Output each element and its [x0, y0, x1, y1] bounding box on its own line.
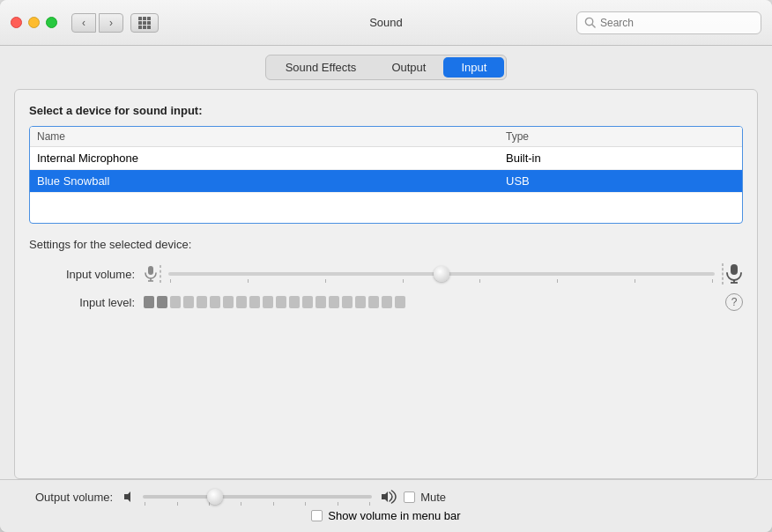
table-row-selected[interactable]: Blue Snowball USB [30, 170, 742, 193]
input-level-label: Input level: [29, 296, 135, 309]
maximize-button[interactable] [46, 17, 57, 28]
level-bar [329, 296, 339, 308]
bottom-bar: Output volume: [0, 479, 772, 532]
level-bar [276, 296, 286, 308]
device-section-title: Select a device for sound input: [29, 104, 743, 117]
level-bar [183, 296, 194, 308]
mute-container: Mute [404, 491, 446, 504]
col-type-header: Type [506, 130, 735, 143]
mic-large-icon [725, 263, 743, 284]
output-volume-label: Output volume: [35, 491, 113, 504]
show-volume-checkbox[interactable] [311, 510, 323, 521]
device-type-1: USB [506, 174, 735, 188]
svg-marker-8 [124, 491, 130, 502]
back-button[interactable]: ‹ [71, 13, 96, 33]
show-volume-row: Show volume in menu bar [311, 509, 460, 522]
input-volume-row: Input volume: [29, 263, 743, 284]
level-bar [315, 296, 326, 308]
volume-high-icon [379, 490, 398, 504]
device-table: Name Type Internal Microphone Built-in B… [29, 126, 743, 224]
nav-buttons: ‹ › [71, 13, 123, 33]
input-volume-control [144, 263, 743, 284]
level-bar [197, 296, 207, 308]
level-bar [342, 296, 353, 308]
svg-rect-5 [731, 264, 738, 275]
level-bar [249, 296, 260, 308]
grid-icon [138, 17, 151, 29]
level-bar [395, 296, 405, 308]
level-bar [263, 296, 273, 308]
output-row: Output volume: [18, 490, 754, 504]
help-button[interactable]: ? [725, 293, 743, 311]
device-name-1: Blue Snowball [37, 174, 506, 188]
col-name-header: Name [37, 130, 506, 143]
volume-slider-thumb[interactable] [434, 266, 449, 282]
volume-dashed-border-small [160, 265, 161, 283]
output-ticks [143, 502, 372, 506]
level-bar [223, 296, 234, 308]
settings-title: Settings for the selected device: [29, 238, 743, 251]
table-header: Name Type [30, 127, 742, 147]
show-volume-label: Show volume in menu bar [328, 509, 460, 522]
help-icon[interactable]: ? [725, 293, 743, 311]
output-slider-thumb[interactable] [207, 489, 223, 505]
input-level-bars [144, 296, 405, 308]
mic-large-icon-container [722, 263, 743, 284]
search-input[interactable] [600, 17, 753, 29]
mic-small-icon [144, 265, 158, 283]
search-box[interactable] [576, 11, 761, 34]
svg-marker-9 [382, 491, 388, 502]
device-name-0: Internal Microphone [37, 151, 506, 165]
level-bar [144, 296, 154, 308]
forward-button[interactable]: › [99, 13, 123, 33]
level-bar [355, 296, 366, 308]
volume-low-icon [122, 490, 136, 504]
traffic-lights [11, 17, 57, 28]
table-row[interactable]: Internal Microphone Built-in [30, 147, 742, 170]
level-bar [289, 296, 300, 308]
titlebar: ‹ › Sound [0, 0, 772, 46]
tab-sound-effects[interactable]: Sound Effects [268, 57, 375, 78]
tabs-container: Sound Effects Output Input [265, 55, 508, 80]
minimize-button[interactable] [28, 17, 40, 28]
mute-checkbox[interactable] [404, 491, 415, 503]
level-bar [210, 296, 220, 308]
level-bar [302, 296, 313, 308]
level-bar [382, 296, 392, 308]
tab-input[interactable]: Input [443, 57, 504, 78]
level-bar [236, 296, 247, 308]
tab-output[interactable]: Output [374, 57, 443, 78]
grid-view-button[interactable] [130, 13, 159, 33]
svg-rect-2 [148, 266, 153, 275]
window-title: Sound [369, 16, 403, 29]
tabs-bar: Sound Effects Output Input [0, 46, 772, 89]
close-button[interactable] [11, 17, 22, 28]
output-volume-slider[interactable] [143, 495, 372, 499]
level-bar [157, 296, 167, 308]
main-window: ‹ › Sound Sound Effects Output Input [0, 0, 772, 532]
volume-dashed-border-large [722, 263, 724, 284]
level-bar [368, 296, 379, 308]
svg-line-1 [592, 25, 595, 27]
input-level-row: Input level: [29, 293, 743, 311]
content-area: Select a device for sound input: Name Ty… [14, 89, 758, 479]
input-volume-label: Input volume: [29, 268, 135, 281]
bottom-area: Output volume: [18, 490, 754, 522]
table-row-empty [30, 193, 742, 223]
search-icon [584, 17, 596, 28]
input-volume-slider[interactable] [168, 272, 715, 276]
device-type-0: Built-in [506, 151, 735, 165]
level-bar [170, 296, 181, 308]
mic-small-icon-container [144, 265, 161, 283]
mute-label: Mute [420, 491, 446, 504]
